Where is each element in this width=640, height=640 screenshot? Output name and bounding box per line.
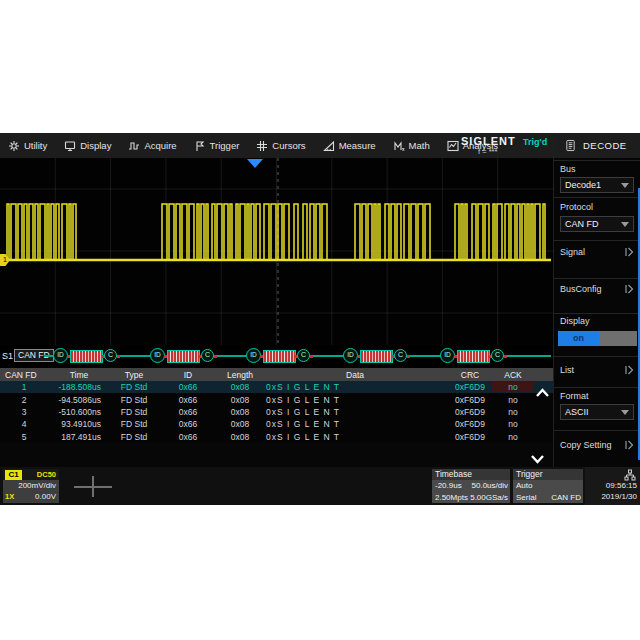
busconfig-label: BusConfig (560, 284, 602, 294)
menu-item-measure[interactable]: Measure (323, 140, 376, 152)
table-cell: no (492, 382, 534, 392)
menubar: UtilityDisplayAcquireTriggerCursorsMeasu… (0, 133, 640, 158)
menu-item-cursors[interactable]: Cursors (256, 140, 305, 152)
waveform-plot[interactable] (0, 158, 553, 345)
table-cell: 0x08 (218, 419, 262, 429)
bus-source-label: S1 (2, 351, 13, 361)
channel1-offset: 0.00V (35, 491, 56, 502)
menu-item-trigger[interactable]: Trigger (194, 140, 240, 152)
timebase-delay: -20.9us (435, 480, 462, 492)
table-cell: 0x08 (218, 395, 262, 405)
display-toggle-on[interactable]: on (558, 331, 599, 346)
timebase-descriptor[interactable]: Timebase -20.9us 50.0us/div 2.50Mpts 5.0… (432, 469, 510, 503)
menu-items: UtilityDisplayAcquireTriggerCursorsMeasu… (8, 133, 498, 158)
decode-doc-icon (565, 139, 576, 152)
page: UtilityDisplayAcquireTriggerCursorsMeasu… (0, 0, 640, 640)
frame-crc-badge: C (297, 349, 310, 362)
table-cell: no (492, 395, 534, 405)
frame-data-bits (457, 350, 490, 363)
table-cell: 4 (0, 419, 48, 429)
trigger-position-marker-icon[interactable] (247, 159, 263, 168)
frame-mark (504, 355, 507, 358)
channel1-descriptor[interactable]: C1 DC50 200mV/div 1X 0.00V (3, 469, 59, 503)
display-icon (64, 140, 76, 152)
table-row[interactable]: 493.4910usFD Std0x660x080xS I G L E N T0… (0, 418, 553, 430)
submenu-arrow-icon (624, 440, 634, 450)
table-row[interactable]: 3-510.600nsFD Std0x660x080xS I G L E N T… (0, 406, 553, 418)
acquire-icon (128, 140, 140, 152)
frame-id-badge: ID (343, 348, 358, 363)
table-cell: 0x66 (158, 407, 218, 417)
table-cell: 2 (0, 395, 48, 405)
table-cell: no (492, 419, 534, 429)
copy-setting-label: Copy Setting (560, 440, 612, 450)
table-cell: 0x66 (158, 432, 218, 442)
format-label: Format (560, 391, 589, 401)
table-cell: 0xS I G L E N T (262, 407, 448, 417)
table-cell: FD Std (110, 407, 158, 417)
table-cell: 93.4910us (48, 419, 110, 429)
sidebar-title-label: DECODE (583, 140, 627, 151)
menu-item-utility[interactable]: Utility (8, 140, 47, 152)
table-row[interactable]: 5187.491usFD Std0x660x080xS I G L E N T0… (0, 431, 553, 443)
trigger-descriptor[interactable]: Trigger Auto Serial CAN FD (513, 469, 583, 503)
table-cell: 0xF6D9 (448, 382, 492, 392)
clock-panel: 09:56:15 2019/1/30 (585, 467, 640, 505)
bus-select[interactable]: Decode1 (560, 177, 634, 193)
crosshair-icon (92, 476, 94, 497)
trigger-status-badge: Trig'd (523, 137, 547, 147)
table-cell: -510.600ns (48, 407, 110, 417)
status-bar: C1 DC50 200mV/div 1X 0.00V Timebase -20.… (0, 467, 640, 505)
frame-id-badge: ID (53, 348, 68, 363)
list-menu-item[interactable]: List (560, 363, 636, 377)
table-header-cell: CRC (448, 370, 492, 380)
timebase-scale: 50.0us/div (472, 480, 508, 492)
table-cell: 0xF6D9 (448, 395, 492, 405)
trigger-flag-icon (194, 140, 206, 152)
table-cell: 0x66 (158, 395, 218, 405)
table-row[interactable]: 1-188.508usFD Std0x660x080xS I G L E N T… (0, 381, 553, 393)
table-cell: 0x08 (218, 382, 262, 392)
display-toggle-off[interactable] (599, 331, 637, 346)
format-select[interactable]: ASCII (560, 404, 634, 420)
frame-id-badge: ID (440, 348, 455, 363)
menu-item-label: Trigger (210, 140, 240, 151)
table-cell: no (492, 407, 534, 417)
protocol-select-value: CAN FD (565, 219, 599, 229)
display-toggle[interactable]: on (558, 331, 637, 346)
channel1-badge: C1 (5, 470, 22, 480)
frame-crc-badge: C (104, 349, 117, 362)
table-cell: FD Std (110, 395, 158, 405)
brand-logo: SIGLENT (461, 135, 516, 147)
frame-crc-badge: C (491, 349, 504, 362)
table-cell: 1 (0, 382, 48, 392)
table-header-cell: ACK (492, 370, 534, 380)
table-cell: 5 (0, 432, 48, 442)
table-row[interactable]: 2-94.5086usFD Std0x660x080xS I G L E N T… (0, 393, 553, 405)
menu-item-display[interactable]: Display (64, 140, 111, 152)
frame-crc-badge: C (394, 349, 407, 362)
menu-item-label: Math (409, 140, 430, 151)
frame-data-bits (263, 350, 296, 363)
scroll-up-icon[interactable] (535, 384, 550, 402)
math-icon (393, 140, 405, 152)
table-header-cell: Data (262, 370, 448, 380)
table-cell: 187.491us (48, 432, 110, 442)
table-cell: FD Std (110, 419, 158, 429)
menu-item-math[interactable]: Math (393, 140, 430, 152)
busconfig-menu-item[interactable]: BusConfig (560, 282, 636, 296)
menu-item-label: Cursors (272, 140, 305, 151)
trigger-mode: Auto (516, 480, 532, 492)
protocol-select[interactable]: CAN FD (560, 216, 634, 232)
table-cell: -188.508us (48, 382, 110, 392)
table-cell: 0x66 (158, 382, 218, 392)
submenu-arrow-icon (624, 365, 634, 375)
trigger-protocol: CAN FD (551, 492, 581, 504)
frame-id-badge: ID (246, 348, 261, 363)
signal-menu-item[interactable]: Signal (560, 245, 636, 259)
menu-item-acquire[interactable]: Acquire (128, 140, 176, 152)
copy-setting-menu-item[interactable]: Copy Setting (560, 438, 636, 452)
frame-mark (214, 355, 217, 358)
sidebar-title: DECODE (554, 133, 640, 158)
menu-item-label: Measure (339, 140, 376, 151)
